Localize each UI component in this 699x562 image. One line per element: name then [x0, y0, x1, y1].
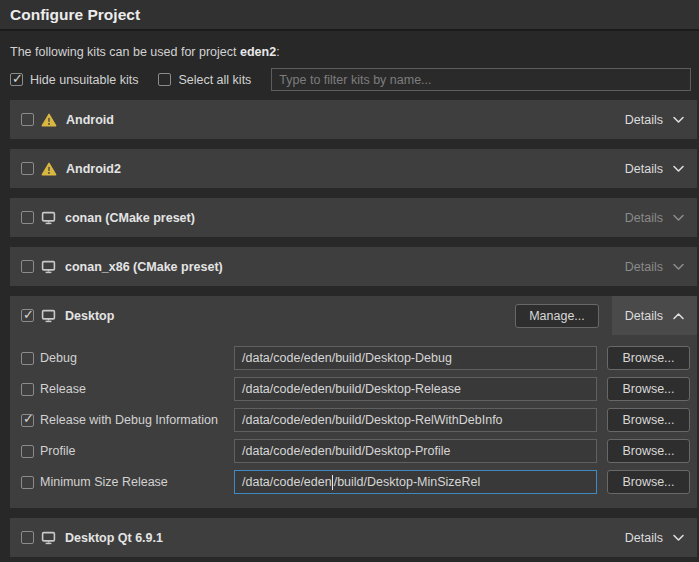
hide-unsuitable-kits-checkbox[interactable]: Hide unsuitable kits: [10, 73, 138, 87]
kit-name: conan_x86 (CMake preset): [65, 260, 223, 274]
desktop-icon: [41, 309, 56, 323]
kit-name: Desktop Qt 6.9.1: [65, 531, 163, 545]
browse-button[interactable]: Browse...: [607, 439, 690, 463]
browse-button[interactable]: Browse...: [607, 408, 690, 432]
page-header: Configure Project: [0, 0, 699, 31]
details-label: Details: [625, 531, 663, 545]
checkbox-icon[interactable]: [158, 73, 171, 86]
browse-button[interactable]: Browse...: [607, 377, 690, 401]
kit-checkbox[interactable]: [21, 531, 34, 544]
details-toggle[interactable]: Details: [625, 162, 685, 176]
build-path-value: /data/code/eden/build/Desktop-Profile: [242, 444, 450, 458]
config-label: Release: [40, 382, 86, 396]
details-toggle[interactable]: Details: [625, 211, 685, 225]
build-path-input[interactable]: /data/code/eden/build/Desktop-RelWithDeb…: [234, 408, 597, 432]
desktop-icon: [41, 211, 56, 225]
build-path-value: /data/code/eden/build/Desktop-Release: [242, 382, 461, 396]
chevron-down-icon: [672, 165, 685, 173]
build-path-input-focused[interactable]: /data/code/eden/build/Desktop-MinSizeRel: [234, 470, 597, 494]
checkbox-icon[interactable]: [10, 73, 23, 86]
kit-checkbox[interactable]: [21, 113, 34, 126]
build-path-value: /data/code/eden/build/Desktop-Debug: [242, 351, 452, 365]
config-row-profile: Profile /data/code/eden/build/Desktop-Pr…: [10, 439, 697, 463]
project-name: eden2: [240, 45, 276, 59]
config-checkbox[interactable]: [21, 476, 34, 489]
config-label: Debug: [40, 351, 77, 365]
hide-unsuitable-kits-label: Hide unsuitable kits: [30, 73, 138, 87]
build-path-value: /data/code/eden: [242, 475, 332, 489]
kit-name: Desktop: [65, 309, 114, 323]
intro-text-before: The following kits can be used for proje…: [10, 45, 240, 59]
browse-button[interactable]: Browse...: [607, 470, 690, 494]
kit-list: Android Details Android2 Details: [0, 100, 699, 562]
config-row-debug: Debug /data/code/eden/build/Desktop-Debu…: [10, 346, 697, 370]
details-toggle[interactable]: Details: [625, 260, 685, 274]
intro-text-after: :: [276, 45, 279, 59]
kit-row-android[interactable]: Android Details: [10, 100, 697, 139]
kit-row-conan-x86[interactable]: conan_x86 (CMake preset) Details: [10, 247, 697, 286]
config-label: Release with Debug Information: [40, 413, 218, 427]
details-toggle[interactable]: Details: [625, 309, 685, 323]
chevron-down-icon: [672, 534, 685, 542]
config-checkbox[interactable]: [21, 383, 34, 396]
warning-icon: [41, 113, 57, 127]
build-path-value: /data/code/eden/build/Desktop-RelWithDeb…: [242, 413, 503, 427]
chevron-down-icon: [672, 263, 685, 271]
kit-filter-input[interactable]: [271, 68, 691, 91]
details-toggle[interactable]: Details: [625, 113, 685, 127]
kit-filter-controls: Hide unsuitable kits Select all kits: [10, 68, 691, 91]
config-checkbox[interactable]: [21, 445, 34, 458]
kit-row-desktop[interactable]: Desktop Manage... Details: [10, 296, 697, 335]
kit-checkbox[interactable]: [21, 309, 34, 322]
details-label: Details: [625, 162, 663, 176]
config-label: Profile: [40, 444, 75, 458]
details-toggle-area[interactable]: Details: [612, 296, 697, 335]
kit-name: conan (CMake preset): [65, 211, 195, 225]
kit-row-android2[interactable]: Android2 Details: [10, 149, 697, 188]
config-checkbox[interactable]: [21, 414, 34, 427]
config-row-minsizerel: Minimum Size Release /data/code/eden/bui…: [10, 470, 697, 494]
kit-row-desktop-qt[interactable]: Desktop Qt 6.9.1 Details: [10, 518, 697, 557]
kit-checkbox[interactable]: [21, 211, 34, 224]
kit-block-desktop: Desktop Manage... Details Debug: [10, 296, 697, 508]
config-checkbox[interactable]: [21, 352, 34, 365]
select-all-kits-checkbox[interactable]: Select all kits: [158, 73, 251, 87]
build-path-input[interactable]: /data/code/eden/build/Desktop-Profile: [234, 439, 597, 463]
kit-row-conan[interactable]: conan (CMake preset) Details: [10, 198, 697, 237]
warning-icon: [41, 162, 57, 176]
kit-name: Android: [66, 113, 114, 127]
details-label: Details: [625, 211, 663, 225]
browse-button[interactable]: Browse...: [607, 346, 690, 370]
kit-checkbox[interactable]: [21, 260, 34, 273]
build-path-input[interactable]: /data/code/eden/build/Desktop-Debug: [234, 346, 597, 370]
manage-kits-button[interactable]: Manage...: [515, 304, 599, 328]
page-title: Configure Project: [10, 6, 140, 24]
intro-text: The following kits can be used for proje…: [10, 45, 689, 59]
config-label: Minimum Size Release: [40, 475, 168, 489]
details-label: Details: [625, 113, 663, 127]
details-toggle[interactable]: Details: [625, 531, 685, 545]
build-config-list: Debug /data/code/eden/build/Desktop-Debu…: [10, 335, 697, 508]
details-label: Details: [625, 260, 663, 274]
desktop-icon: [41, 531, 56, 545]
config-row-relwithdebinfo: Release with Debug Information /data/cod…: [10, 408, 697, 432]
chevron-down-icon: [672, 116, 685, 124]
details-label: Details: [625, 309, 663, 323]
kit-name: Android2: [66, 162, 121, 176]
config-row-release: Release /data/code/eden/build/Desktop-Re…: [10, 377, 697, 401]
build-path-value: /build/Desktop-MinSizeRel: [334, 475, 481, 489]
chevron-up-icon: [672, 312, 685, 320]
build-path-input[interactable]: /data/code/eden/build/Desktop-Release: [234, 377, 597, 401]
desktop-icon: [41, 260, 56, 274]
chevron-down-icon: [672, 214, 685, 222]
select-all-kits-label: Select all kits: [178, 73, 251, 87]
kit-checkbox[interactable]: [21, 162, 34, 175]
